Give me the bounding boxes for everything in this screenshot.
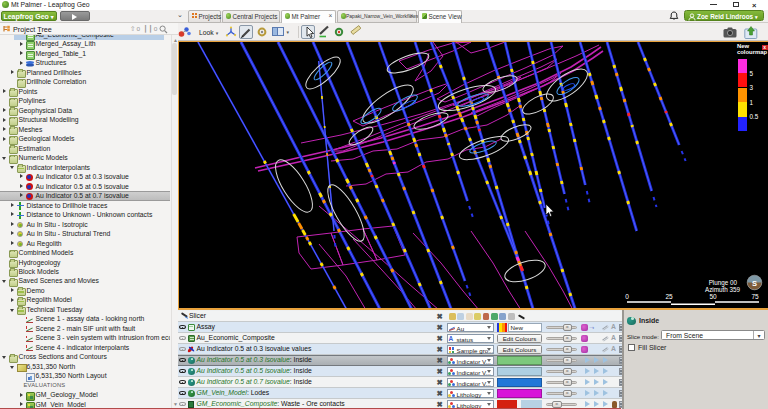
svg-text:50: 50: [709, 293, 717, 300]
svg-text:0: 0: [625, 293, 629, 300]
svg-text:S: S: [752, 279, 757, 288]
svg-text:25: 25: [665, 293, 673, 300]
svg-text:Azimuth 359: Azimuth 359: [705, 286, 740, 293]
svg-text:75: 75: [751, 293, 759, 300]
